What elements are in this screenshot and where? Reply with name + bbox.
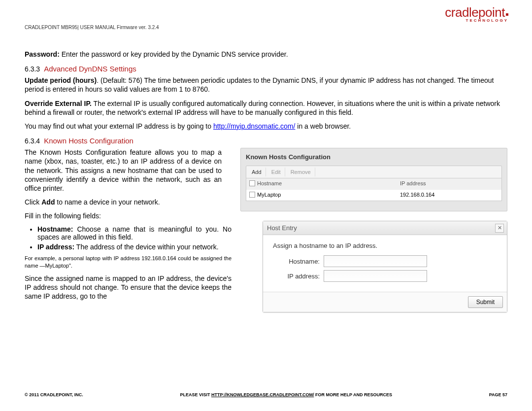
manual-header: CRADLEPOINT MBR95| USER MANUAL Firmware … xyxy=(25,25,507,30)
khc-description: The Known Hosts Configuration feature al… xyxy=(25,148,222,193)
page-footer: © 2011 CRADLEPOINT, INC. PLEASE VISIT HT… xyxy=(25,392,507,397)
update-period-line: Update period (hours). (Default: 576) Th… xyxy=(25,76,507,94)
list-item: Hostname: Choose a name that is meaningf… xyxy=(37,225,232,241)
ipaddress-input[interactable] xyxy=(324,270,427,282)
khc-panel-title: Known Hosts Configuration xyxy=(246,153,502,161)
add-button[interactable]: Add xyxy=(248,168,266,176)
table-row[interactable]: MyLaptop 192.168.0.164 xyxy=(246,189,501,201)
footer-page: PAGE 57 xyxy=(489,392,507,397)
since-paragraph: Since the assigned name is mapped to an … xyxy=(25,274,232,301)
field-list: Hostname: Choose a name that is meaningf… xyxy=(37,225,232,251)
khc-toolbar: Add Edit Remove xyxy=(246,166,502,178)
row-checkbox[interactable] xyxy=(249,192,255,198)
select-all-checkbox[interactable] xyxy=(249,180,255,186)
cell-hostname: MyLaptop xyxy=(257,192,400,199)
section-633-heading: 6.3.3Advanced DynDNS Settings xyxy=(25,65,507,73)
brand-logo: cradlepoint TECHNOLOGY xyxy=(445,6,508,23)
close-icon[interactable]: ✕ xyxy=(495,224,504,233)
table-header-row: Hostname IP address xyxy=(246,178,501,189)
section-634-heading: 6.3.4Known Hosts Configuration xyxy=(25,137,507,145)
host-entry-desc: Assign a hostname to an IP address. xyxy=(273,242,497,249)
edit-button[interactable]: Edit xyxy=(267,168,285,176)
khc-table: Hostname IP address MyLaptop 192.168.0.1… xyxy=(246,178,502,201)
submit-button[interactable]: Submit xyxy=(468,296,503,308)
cell-ip: 192.168.0.164 xyxy=(400,192,499,199)
host-entry-title-bar: Host Entry ✕ xyxy=(263,221,507,235)
example-note: For example, a personal laptop with IP a… xyxy=(25,255,232,269)
fill-in-line: Fill in the following fields: xyxy=(25,211,222,220)
kb-link[interactable]: HTTP://KNOWLEDGEBASE.CRADLEPOINT.COM/ xyxy=(211,392,314,397)
ipaddress-label: IP address: xyxy=(273,273,320,280)
find-ip-line: You may find out what your external IP a… xyxy=(25,122,507,131)
footer-center: PLEASE VISIT HTTP://KNOWLEDGEBASE.CRADLE… xyxy=(180,392,392,397)
known-hosts-panel: Known Hosts Configuration Add Edit Remov… xyxy=(240,148,507,211)
hostname-input[interactable] xyxy=(324,255,427,267)
override-ip-line: Override External IP. The external IP is… xyxy=(25,99,507,117)
myip-link[interactable]: http://myip.dnsomatic.com/ xyxy=(213,122,296,130)
col-hostname: Hostname xyxy=(257,180,400,187)
logo-text: cradlepoint xyxy=(445,5,505,20)
password-line: Password: Enter the password or key prov… xyxy=(25,50,507,59)
remove-button[interactable]: Remove xyxy=(287,168,315,176)
click-add-line: Click Add to name a device in your netwo… xyxy=(25,198,222,206)
footer-copyright: © 2011 CRADLEPOINT, INC. xyxy=(25,392,83,397)
host-entry-panel: Host Entry ✕ Assign a hostname to an IP … xyxy=(263,221,507,312)
host-entry-title: Host Entry xyxy=(267,224,297,232)
hostname-label: Hostname: xyxy=(273,258,320,265)
list-item: IP address: The address of the device wi… xyxy=(37,243,232,251)
col-ip: IP address xyxy=(400,180,499,187)
